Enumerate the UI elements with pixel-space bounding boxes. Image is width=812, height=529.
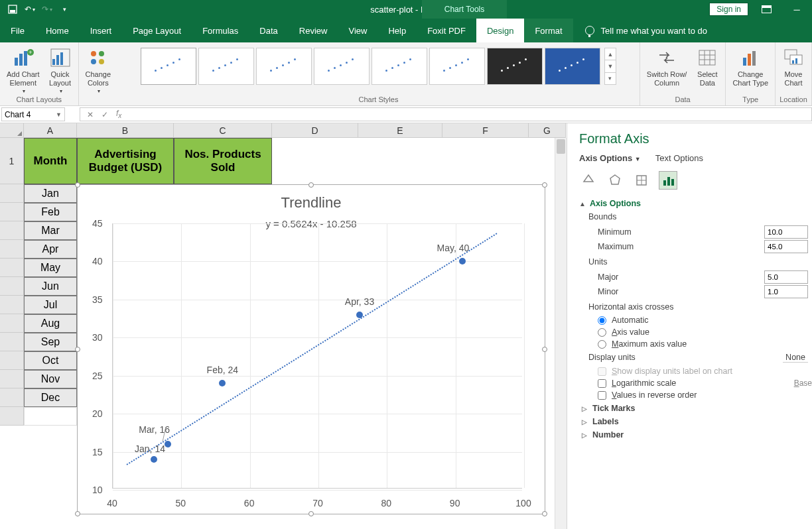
row-header[interactable]	[0, 221, 24, 240]
radio-max-axis-value[interactable]	[598, 340, 606, 349]
cell-month[interactable]: Aug	[24, 314, 77, 333]
plot-area[interactable]: Jan, 14Feb, 24Mar, 16Apr, 33May, 40	[112, 223, 522, 489]
row-header[interactable]	[0, 388, 24, 407]
gallery-scroll[interactable]: ▲ ▼ ▾	[604, 48, 616, 85]
column-header-A[interactable]: A	[24, 123, 77, 138]
resize-handle[interactable]	[308, 182, 314, 188]
cell-month[interactable]: Jul	[24, 296, 77, 314]
gallery-up[interactable]: ▲	[605, 48, 616, 60]
enter-icon[interactable]: ✓	[102, 110, 108, 119]
bounds-maximum-input[interactable]	[764, 240, 808, 253]
row-header[interactable]	[0, 259, 24, 277]
chevron-down-icon[interactable]: ▼	[56, 111, 62, 118]
worksheet-area[interactable]: ABCDEFG 1 Month Advertising Budget (USD)…	[0, 123, 567, 529]
tab-file[interactable]: File	[0, 19, 35, 42]
chart-style-gallery[interactable]	[141, 44, 600, 85]
cell-month[interactable]: May	[24, 259, 77, 277]
tab-view[interactable]: View	[338, 19, 377, 42]
tab-home[interactable]: Home	[35, 19, 80, 42]
data-label[interactable]: May, 40	[437, 243, 470, 253]
column-header-B[interactable]: B	[77, 123, 174, 138]
data-point[interactable]	[356, 312, 363, 318]
tab-data[interactable]: Data	[249, 19, 288, 42]
minimize-button[interactable]: ─	[781, 0, 812, 19]
data-label[interactable]: Apr, 33	[345, 296, 374, 307]
check-log-scale[interactable]	[598, 379, 606, 388]
cancel-icon[interactable]: ✕	[87, 110, 94, 119]
radio-automatic[interactable]	[598, 316, 606, 325]
tab-insert[interactable]: Insert	[80, 19, 123, 42]
select-data-button[interactable]: Select Data	[693, 44, 721, 87]
resize-handle[interactable]	[75, 347, 80, 352]
header-products-sold[interactable]: Nos. Products Sold	[174, 138, 272, 184]
cell-month[interactable]: Oct	[24, 351, 77, 370]
data-point[interactable]	[151, 456, 157, 463]
formula-input[interactable]: ✕ ✓ fx	[80, 107, 812, 121]
tab-help[interactable]: Help	[377, 19, 417, 42]
column-header-G[interactable]: G	[529, 123, 566, 138]
pane-tab-text-options[interactable]: Text Options	[655, 153, 703, 163]
fill-line-icon[interactable]	[579, 171, 598, 190]
chart-style-thumb[interactable]	[545, 48, 600, 85]
switch-row-column-button[interactable]: Switch Row/ Column	[644, 44, 690, 87]
pane-tab-axis-options[interactable]: Axis Options ▼	[579, 153, 641, 163]
chart-title[interactable]: Trendline	[78, 194, 545, 211]
tab-design[interactable]: Design	[476, 19, 524, 42]
chart-style-thumb[interactable]	[314, 48, 370, 85]
ribbon-display-options[interactable]	[751, 0, 781, 19]
undo-button[interactable]: ↶▾	[21, 1, 38, 17]
cell-month[interactable]: Feb	[24, 203, 77, 221]
tab-format[interactable]: Format	[524, 19, 573, 42]
resize-handle[interactable]	[542, 182, 547, 188]
section-tick-marks[interactable]: ▷Tick Marks	[582, 404, 812, 413]
section-number[interactable]: ▷Number	[582, 430, 812, 440]
row-header[interactable]	[0, 370, 24, 388]
quick-layout-button[interactable]: Quick Layout▾	[46, 44, 74, 94]
tell-me-search[interactable]: Tell me what you want to do	[585, 19, 707, 42]
display-units-select[interactable]: None	[783, 353, 808, 363]
row-header[interactable]	[0, 240, 24, 259]
chart-style-thumb[interactable]	[487, 48, 543, 85]
cell-month[interactable]: Mar	[24, 221, 77, 240]
radio-axis-value[interactable]	[598, 328, 606, 337]
section-axis-options[interactable]: ▲Axis Options	[579, 199, 812, 208]
resize-handle[interactable]	[75, 511, 80, 516]
column-header-E[interactable]: E	[358, 123, 442, 138]
column-header-D[interactable]: D	[272, 123, 358, 138]
section-labels[interactable]: ▷Labels	[582, 417, 812, 426]
header-month[interactable]: Month	[24, 138, 77, 184]
row-header[interactable]	[0, 314, 24, 333]
cell-month[interactable]: Jun	[24, 277, 77, 296]
tab-review[interactable]: Review	[289, 19, 338, 42]
row-header[interactable]	[0, 277, 24, 296]
tab-page-layout[interactable]: Page Layout	[122, 19, 192, 42]
chart-style-thumb[interactable]	[198, 48, 254, 85]
fx-icon[interactable]: fx	[116, 109, 121, 119]
chart-style-thumb[interactable]	[141, 48, 196, 85]
chart-style-thumb[interactable]	[372, 48, 427, 85]
save-icon[interactable]	[4, 1, 21, 17]
column-header-F[interactable]: F	[442, 123, 529, 138]
redo-button[interactable]: ↷▾	[38, 1, 56, 17]
data-label[interactable]: Jan, 14	[135, 443, 165, 454]
tab-formulas[interactable]: Formulas	[192, 19, 249, 42]
size-properties-icon[interactable]	[632, 171, 651, 190]
cell-month[interactable]: Dec	[24, 388, 77, 407]
sign-in-button[interactable]: Sign in	[709, 3, 748, 16]
check-reverse-order[interactable]	[598, 391, 606, 400]
data-point[interactable]	[459, 258, 466, 264]
tab-foxit-pdf[interactable]: Foxit PDF	[417, 19, 476, 42]
cell[interactable]	[24, 407, 77, 426]
row-header[interactable]	[0, 296, 24, 314]
embedded-chart[interactable]: Trendline y = 0.5624x - 10.258 Jan, 14Fe…	[77, 184, 545, 514]
data-point[interactable]	[219, 380, 226, 386]
row-header[interactable]	[0, 333, 24, 351]
resize-handle[interactable]	[542, 511, 547, 516]
change-chart-type-button[interactable]: Change Chart Type	[730, 44, 771, 87]
effects-icon[interactable]	[606, 171, 624, 190]
vertical-scrollbar[interactable]: ▲	[555, 138, 567, 529]
axis-options-icon[interactable]	[659, 171, 677, 190]
move-chart-button[interactable]: Move Chart	[779, 44, 807, 87]
bounds-minimum-input[interactable]	[764, 225, 808, 239]
row-header[interactable]	[0, 351, 24, 370]
